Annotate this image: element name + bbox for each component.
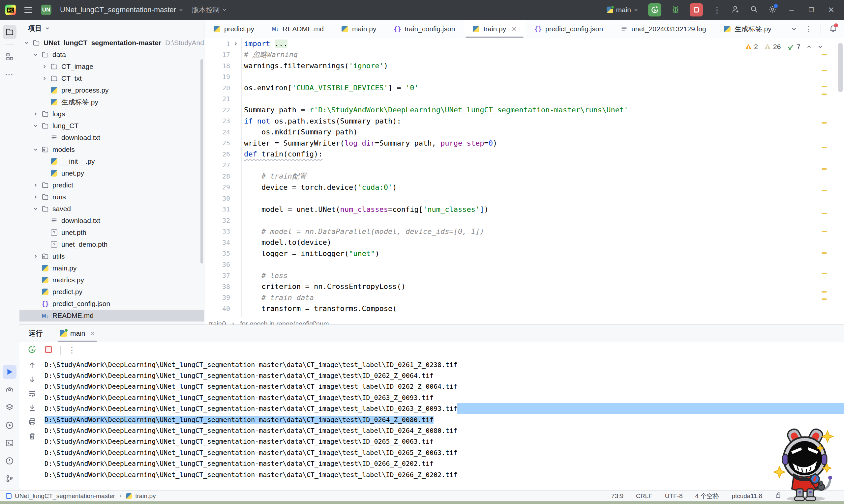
stripe-warning-tick[interactable] [822,93,827,95]
tab-predict.py[interactable]: predict.py [204,20,263,38]
tab-生成标签.py[interactable]: 生成标签.py [715,20,780,38]
tree-item-saved[interactable]: saved [19,203,204,215]
main-menu-icon[interactable] [24,7,32,13]
tree-scrollbar[interactable] [201,59,203,264]
debug-button[interactable] [671,5,680,15]
run-panel-title[interactable]: 运行 [29,329,42,338]
code-line-20[interactable]: 20os.environ['CUDA_VISIBLE_DEVICES'] = '… [204,82,844,93]
stripe-warning-tick[interactable] [822,86,827,87]
rerun-button[interactable] [648,3,661,16]
search-icon[interactable] [750,5,758,15]
problems-icon[interactable] [3,454,16,468]
tab-train.py[interactable]: train.py✕ [464,20,526,38]
console-output[interactable]: D:\StudyAndWork\DeepLearning\UNet_lungCT… [45,358,844,480]
settings-gear-icon[interactable] [768,5,777,15]
line-ending[interactable]: CRLF [636,492,652,500]
code-line-39[interactable]: 39 # train data [204,292,844,303]
clear-console-icon[interactable] [28,432,36,442]
code-line-26[interactable]: 26def train(config): [204,148,844,160]
tree-item-__init__.py[interactable]: __init__.py [19,156,204,167]
maximize-button[interactable]: ❐ [806,6,816,14]
inspections-widget[interactable]: 2 26 7 [742,41,826,52]
stripe-warning-tick[interactable] [822,252,827,254]
code-line-25[interactable]: 25writer = SummaryWriter(log_dir=Summary… [204,138,844,149]
stripe-warning-tick[interactable] [822,70,827,71]
console-line[interactable]: D:\StudyAndWork\DeepLearning\UNet_lungCT… [45,425,844,436]
stripe-warning-tick[interactable] [822,168,827,170]
editor-scrollbar[interactable] [838,43,843,92]
fold-arrow-icon[interactable] [233,41,238,47]
run-tool-icon[interactable] [3,365,16,379]
minimize-button[interactable]: – [787,5,796,15]
python-console-icon[interactable] [3,383,16,397]
code-line-38[interactable]: 38 criterion = nn.CrossEntropyLoss() [204,281,844,292]
status-file-name[interactable]: train.py [135,492,156,500]
tree-item-unet_demo.pth[interactable]: ?unet_demo.pth [19,238,204,250]
up-stacktrace-icon[interactable] [28,361,36,371]
stop-icon[interactable] [44,345,53,356]
weak-warnings-count[interactable]: 26 [764,43,781,51]
code-line-35[interactable]: 35 logger = initLogger("unet") [204,248,844,259]
tab-main.py[interactable]: main.py [332,20,385,38]
stripe-warning-tick[interactable] [822,299,827,300]
stripe-warning-tick[interactable] [822,273,827,274]
code-line-19[interactable]: 19 [204,71,844,83]
code-line-22[interactable]: 22Summary_path = r'D:\StudyAndWork\DeepL… [204,104,844,115]
tab-options-icon[interactable]: ⋮ [805,24,813,34]
code-line-30[interactable]: 30 [204,193,844,204]
tree-item-download.txt[interactable]: download.txt [19,132,204,144]
print-icon[interactable] [28,418,36,427]
tab-train_config.json[interactable]: {}train_config.json [385,20,464,38]
code-line-36[interactable]: 36 [204,259,844,270]
tree-item-download.txt[interactable]: download.txt [19,215,204,227]
code-line-28[interactable]: 28 # train配置 [204,170,844,182]
scroll-to-end-icon[interactable] [28,403,36,413]
warnings-count[interactable]: 2 [745,43,758,51]
tree-item-metrics.py[interactable]: metrics.py [19,274,204,286]
console-line[interactable]: D:\StudyAndWork\DeepLearning\UNet_lungCT… [45,381,844,392]
console-line[interactable]: D:\StudyAndWork\DeepLearning\UNet_lungCT… [45,447,844,458]
code-line-31[interactable]: 31 model = unet.UNet(num_classes=config[… [204,204,844,215]
typo-count[interactable]: 7 [787,43,800,51]
tree-item-models[interactable]: models [19,144,204,156]
tab-predict_config.json[interactable]: {}predict_config.json [526,20,612,38]
console-line[interactable]: D:\StudyAndWork\DeepLearning\UNet_lungCT… [45,370,844,381]
soft-wrap-icon[interactable] [28,389,36,399]
stripe-warning-tick[interactable] [822,54,827,55]
rerun-icon[interactable] [28,345,37,356]
add-user-icon[interactable] [731,5,740,15]
tree-item-lung_CT[interactable]: lung_CT [19,120,204,132]
code-editor[interactable]: 1import ...17# 忽略Warning18warnings.filte… [204,38,844,317]
tree-item-CT_image[interactable]: CT_image [19,60,204,72]
profiler-icon[interactable] [3,418,16,432]
stripe-warning-tick[interactable] [822,190,827,191]
code-line-33[interactable]: 33 # model = nn.DataParallel(model, devi… [204,226,844,237]
notifications-bell-icon[interactable] [829,24,838,34]
more-menu-icon[interactable]: ⋮ [713,5,721,15]
close-tab-icon[interactable]: ✕ [90,330,95,337]
services-icon[interactable] [3,400,16,414]
code-line-24[interactable]: 24 os.mkdir(Summary_path) [204,126,844,138]
console-line[interactable]: D:\StudyAndWork\DeepLearning\UNet_lungCT… [45,436,844,447]
tree-item-生成标签.py[interactable]: 生成标签.py [19,96,204,108]
code-line-34[interactable]: 34 model.to(device) [204,237,844,248]
down-stacktrace-icon[interactable] [28,375,36,385]
caret-position[interactable]: 73:9 [611,492,623,500]
console-line[interactable]: D:\StudyAndWork\DeepLearning\UNet_lungCT… [45,403,844,414]
console-line[interactable]: D:\StudyAndWork\DeepLearning\UNet_lungCT… [45,392,844,403]
tree-item-UNet_lungCT_segmentation-master[interactable]: UNet_lungCT_segmentation-masterD:\StudyA… [19,37,204,49]
project-switcher[interactable]: UNet_lungCT_segmentation-master [60,5,183,14]
code-line-18[interactable]: 18warnings.filterwarnings('ignore') [204,60,844,71]
interpreter[interactable]: ptcuda11.8 [731,492,762,500]
tab-README.md[interactable]: M↓README.md [263,20,332,38]
code-line-21[interactable]: 21 [204,93,844,105]
close-tab-icon[interactable]: ✕ [511,25,517,33]
tab-unet_202403132129.log[interactable]: unet_202403132129.log [612,20,715,38]
stripe-warning-tick[interactable] [822,147,827,148]
stripe-warning-tick[interactable] [822,231,827,232]
tree-item-CT_txt[interactable]: CT_txt [19,72,204,84]
console-line[interactable]: D:\StudyAndWork\DeepLearning\UNet_lungCT… [45,469,844,480]
code-line-32[interactable]: 32 [204,215,844,226]
stripe-warning-tick[interactable] [822,291,827,292]
next-problem-icon[interactable] [817,44,823,49]
